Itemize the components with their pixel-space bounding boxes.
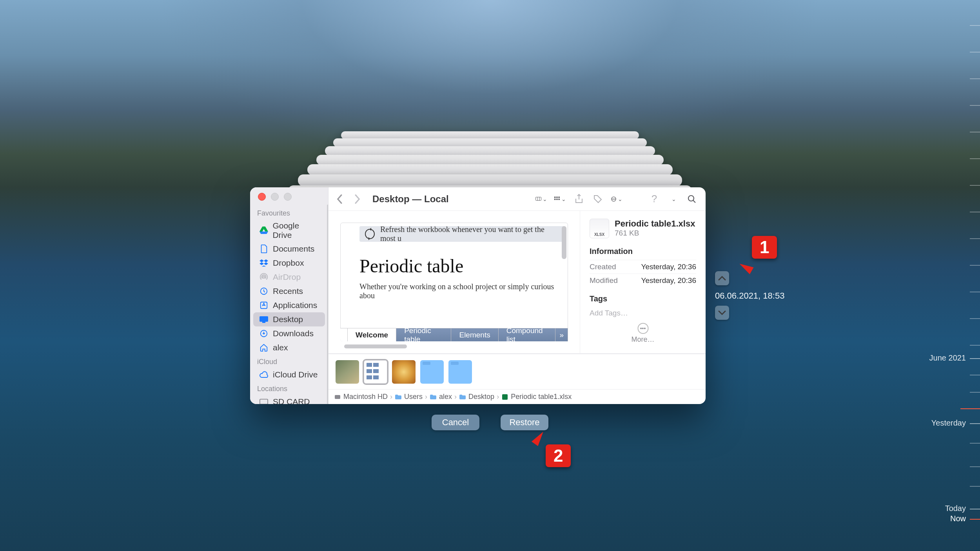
svg-point-16 [613, 199, 614, 199]
thumbnail-xlsx-selected[interactable] [364, 360, 387, 384]
downloads-icon [259, 328, 269, 339]
svg-rect-13 [558, 198, 559, 199]
cancel-button[interactable]: Cancel [432, 415, 479, 430]
folder-icon [430, 393, 437, 401]
timeline-ruler[interactable]: June 2021 Yesterday Today Now [925, 0, 980, 551]
svg-rect-6 [260, 399, 268, 404]
sheet-tab-welcome[interactable]: Welcome [348, 328, 396, 341]
snapshot-nav: 06.06.2021, 18:53 [715, 271, 784, 320]
thumbnail-image-1[interactable] [336, 360, 359, 384]
file-name: Periodic table1.xlsx [615, 219, 695, 229]
back-button[interactable] [336, 194, 347, 204]
add-tags-field[interactable]: Add Tags… [590, 307, 696, 317]
sidebar-item-google-drive[interactable]: Google Drive [253, 219, 325, 242]
path-seg-users[interactable]: Users [395, 393, 423, 401]
quicklook-preview: Refresh the workbook whenever you want t… [328, 211, 580, 353]
group-by-icon[interactable]: ⌄ [554, 194, 566, 204]
restore-button[interactable]: Restore [501, 415, 548, 430]
home-icon [259, 343, 269, 353]
sdcard-icon [259, 397, 269, 404]
preview-banner-text: Refresh the workbook whenever you want t… [380, 225, 559, 243]
share-icon[interactable] [573, 194, 585, 204]
path-seg-desktop[interactable]: Desktop [459, 393, 494, 401]
forward-button[interactable] [354, 194, 364, 204]
sidebar-item-label: Applications [273, 301, 317, 310]
sidebar-item-label: AirDrop [273, 272, 301, 282]
close-window-dot[interactable] [258, 193, 266, 201]
path-seg-macintosh-hd[interactable]: Macintosh HD [334, 393, 388, 401]
toolbar: Desktop — Local ⌄ ⌄ ⌄ ? ⌄ [328, 187, 706, 211]
tag-icon[interactable] [592, 194, 604, 204]
xlsx-icon [501, 393, 508, 401]
sidebar-item-airdrop[interactable]: AirDrop [253, 270, 325, 284]
path-seg-file[interactable]: Periodic table1.xlsx [501, 393, 572, 401]
preview-banner: Refresh the workbook whenever you want t… [359, 226, 564, 242]
document-icon [259, 244, 269, 254]
dropbox-icon [259, 258, 269, 268]
sheet-tab-strip: Welcome Periodic table Elements Compound… [340, 328, 568, 341]
sidebar-item-label: Downloads [273, 329, 314, 338]
svg-point-15 [612, 199, 613, 199]
sidebar-item-dropbox[interactable]: Dropbox [253, 256, 325, 270]
modified-value: Yesterday, 20:36 [641, 276, 697, 285]
help-icon[interactable]: ? [648, 194, 660, 204]
snapshot-up-button[interactable] [715, 271, 729, 285]
search-icon[interactable] [686, 194, 698, 204]
sidebar-item-label: Documents [273, 244, 314, 254]
svg-rect-12 [556, 198, 557, 199]
callout-2-arrow [532, 430, 546, 446]
ruler-yesterday: Yesterday [931, 419, 966, 428]
svg-rect-20 [502, 394, 508, 400]
sidebar-item-label: Google Drive [272, 221, 319, 240]
callout-1: 1 [752, 236, 777, 259]
minimize-window-dot[interactable] [271, 193, 279, 201]
info-panel: XLSX Periodic table1.xlsx 761 KB Informa… [580, 211, 706, 353]
thumbnail-folder-2[interactable] [448, 360, 472, 384]
sidebar-item-applications[interactable]: Applications [253, 298, 325, 312]
window-traffic-lights [250, 193, 328, 206]
preview-vertical-scrollbar[interactable] [562, 226, 566, 259]
sidebar-item-label: iCloud Drive [273, 370, 318, 379]
sidebar-item-sdcard[interactable]: SD CARD [253, 395, 325, 404]
more-button[interactable]: ••• More… [631, 323, 654, 344]
sidebar-item-home[interactable]: alex [253, 341, 325, 355]
file-size: 761 KB [615, 229, 695, 237]
snapshot-down-button[interactable] [715, 306, 729, 320]
preview-document: Refresh the workbook whenever you want t… [340, 223, 568, 334]
sidebar-item-recents[interactable]: Recents [253, 284, 325, 298]
help-chevron-icon[interactable]: ⌄ [667, 194, 679, 204]
thumbnail-image-2[interactable] [392, 360, 416, 384]
sheet-tab-compound-list[interactable]: Compound list [499, 328, 556, 341]
sheet-tab-more[interactable]: » [555, 328, 568, 341]
finder-window: Favourites Google Drive Documents Dropbo… [250, 187, 706, 404]
svg-point-0 [263, 276, 265, 278]
svg-rect-11 [554, 198, 555, 199]
path-bar: Macintosh HD › Users › alex › Desktop › [328, 389, 706, 404]
ruler-today: Today [945, 504, 966, 513]
svg-rect-9 [556, 196, 557, 198]
preview-horizontal-scrollbar[interactable] [344, 344, 407, 348]
created-row: Created Yesterday, 20:36 [590, 260, 696, 274]
svg-rect-19 [335, 395, 340, 399]
sidebar-item-desktop[interactable]: Desktop [253, 312, 325, 326]
ruler-now: Now [950, 514, 966, 523]
preview-title: Periodic table [359, 255, 568, 277]
sheet-tab-elements[interactable]: Elements [451, 328, 498, 341]
file-type-icon: XLSX [590, 219, 609, 238]
zoom-window-dot[interactable] [284, 193, 292, 201]
view-columns-icon[interactable]: ⌄ [535, 194, 547, 204]
tags-header: Tags [590, 294, 696, 303]
path-separator: › [425, 393, 427, 401]
callout-2: 2 [546, 444, 571, 467]
sidebar-item-downloads[interactable]: Downloads [253, 326, 325, 341]
sidebar-item-documents[interactable]: Documents [253, 242, 325, 256]
thumbnail-row [328, 354, 706, 389]
sheet-tab-periodic-table[interactable]: Periodic table [396, 328, 451, 341]
thumbnail-folder-1[interactable] [420, 360, 444, 384]
applications-icon [259, 300, 269, 310]
path-seg-alex[interactable]: alex [430, 393, 452, 401]
svg-rect-10 [558, 196, 559, 198]
finder-main: Desktop — Local ⌄ ⌄ ⌄ ? ⌄ [328, 187, 706, 404]
action-menu-icon[interactable]: ⌄ [611, 194, 622, 204]
sidebar-item-icloud-drive[interactable]: iCloud Drive [253, 368, 325, 382]
